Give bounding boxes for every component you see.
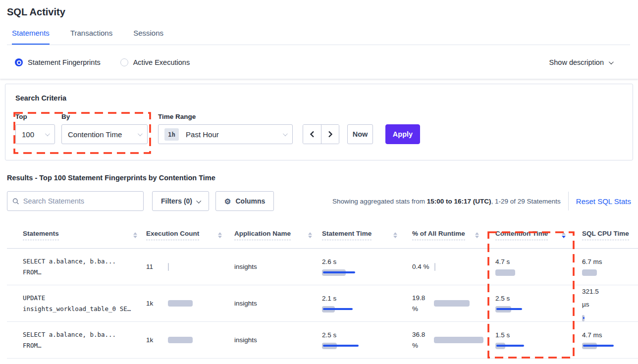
pct-runtime-cell: 36.8 % bbox=[412, 329, 481, 351]
time-range-badge: 1h bbox=[164, 128, 179, 141]
application-name: insights bbox=[234, 336, 257, 344]
table-row: SELECT a.balance, b.ba...FROM… 11 insigh… bbox=[7, 249, 638, 285]
time-range-select[interactable]: 1h Past Hour bbox=[158, 124, 293, 144]
columns-button[interactable]: ⚙ Columns bbox=[215, 191, 274, 211]
column-header-contention-time[interactable]: Contention Time bbox=[495, 230, 548, 240]
time-range-value: Past Hour bbox=[186, 130, 219, 139]
apply-button[interactable]: Apply bbox=[385, 124, 420, 144]
gear-icon: ⚙ bbox=[224, 198, 231, 205]
tab-bar: Statements Transactions Sessions bbox=[7, 29, 630, 45]
table-header-row: Statements Execution Count Application N… bbox=[7, 223, 638, 249]
filters-label: Filters (0) bbox=[161, 197, 192, 205]
top-field: Top 100 bbox=[15, 113, 55, 144]
sort-icon[interactable] bbox=[475, 232, 479, 238]
radio-unselected-icon[interactable] bbox=[120, 58, 128, 66]
by-select[interactable]: Contention Time bbox=[61, 124, 148, 144]
table-row: UPDATEinsights_workload_table_0 SE… 1k i… bbox=[7, 285, 638, 322]
statements-table: Statements Execution Count Application N… bbox=[7, 223, 638, 359]
pct-runtime-bar bbox=[434, 300, 481, 307]
contention-time-bar bbox=[495, 343, 550, 349]
statement-fingerprint-link[interactable]: SELECT a.balance, b.ba...FROM… bbox=[23, 256, 139, 277]
by-field: By Contention Time bbox=[61, 113, 148, 144]
pct-runtime-cell: 0.4 % bbox=[412, 263, 481, 271]
sort-icon[interactable] bbox=[393, 232, 397, 238]
sql-cpu-time-bar bbox=[582, 315, 637, 321]
sql-cpu-time-cell: 4.7 ms bbox=[582, 331, 638, 349]
tab-sessions[interactable]: Sessions bbox=[133, 29, 163, 45]
execution-count-cell: 1k bbox=[146, 300, 224, 307]
results-toolbar: Filters (0) ⚙ Columns Showing aggregated… bbox=[7, 191, 632, 211]
statement-fingerprint-link[interactable]: UPDATEinsights_workload_table_0 SE… bbox=[23, 293, 139, 314]
contention-time-cell: 1.5 s bbox=[495, 331, 568, 349]
view-toggle-band: Statement Fingerprints Active Executions… bbox=[0, 45, 638, 79]
contention-time-cell: 2.5 s bbox=[495, 295, 568, 312]
by-label: By bbox=[61, 113, 148, 120]
pct-runtime-cell: 19.8 % bbox=[412, 293, 481, 314]
toolbar-divider bbox=[568, 192, 569, 210]
radio-label: Active Executions bbox=[133, 58, 190, 66]
contention-time-cell: 4.7 s bbox=[495, 258, 568, 276]
tab-transactions[interactable]: Transactions bbox=[70, 29, 112, 45]
search-statements-box[interactable] bbox=[7, 191, 144, 211]
by-select-value: Contention Time bbox=[68, 130, 122, 139]
previous-interval-button[interactable] bbox=[303, 125, 321, 144]
reset-sql-stats-link[interactable]: Reset SQL Stats bbox=[576, 197, 631, 206]
column-header-pct-all-runtime[interactable]: % of All Runtime bbox=[412, 230, 465, 240]
column-header-statement-time[interactable]: Statement Time bbox=[322, 230, 372, 240]
application-name: insights bbox=[234, 300, 257, 307]
statement-time-bar bbox=[322, 343, 376, 349]
sort-icon-descending[interactable] bbox=[562, 232, 566, 238]
execution-count-cell: 11 bbox=[146, 263, 224, 271]
chevron-down-icon bbox=[609, 59, 614, 64]
results-heading: Results - Top 100 Statement Fingerprints… bbox=[7, 174, 630, 182]
search-criteria-row: Top 100 By Contention Time Time Range 1h… bbox=[15, 113, 623, 144]
statement-time-cell: 2.5 s bbox=[322, 331, 399, 349]
tab-statements[interactable]: Statements bbox=[12, 29, 50, 45]
statement-time-bar bbox=[322, 306, 376, 312]
next-interval-button[interactable] bbox=[321, 125, 339, 144]
column-header-application-name[interactable]: Application Name bbox=[234, 230, 291, 240]
page-title: SQL Activity bbox=[7, 6, 630, 18]
radio-active-executions[interactable]: Active Executions bbox=[120, 58, 190, 66]
chevron-down-icon bbox=[196, 198, 201, 203]
pct-runtime-bar bbox=[434, 263, 435, 271]
time-range-field: Time Range 1h Past Hour bbox=[158, 113, 293, 144]
execution-count-cell: 1k bbox=[146, 336, 224, 344]
top-select[interactable]: 100 bbox=[15, 124, 55, 144]
filters-button[interactable]: Filters (0) bbox=[152, 191, 209, 211]
sort-icon[interactable] bbox=[218, 232, 222, 238]
sort-icon[interactable] bbox=[133, 232, 137, 238]
statement-time-bar bbox=[322, 269, 376, 276]
now-button[interactable]: Now bbox=[347, 124, 373, 144]
sql-cpu-time-bar bbox=[582, 269, 637, 276]
page-header: SQL Activity Statements Transactions Ses… bbox=[0, 0, 638, 45]
column-header-sql-cpu-time[interactable]: SQL CPU Time bbox=[582, 230, 629, 240]
radio-statement-fingerprints[interactable]: Statement Fingerprints bbox=[15, 58, 101, 66]
execution-count-bar bbox=[168, 263, 169, 271]
search-statements-input[interactable] bbox=[23, 197, 138, 205]
show-description-toggle[interactable]: Show description bbox=[549, 58, 612, 66]
chevron-down-icon bbox=[283, 131, 288, 136]
column-header-execution-count[interactable]: Execution Count bbox=[146, 230, 199, 240]
sql-cpu-time-bar bbox=[582, 343, 637, 349]
search-criteria-card: Search Criteria Top 100 By Contention Ti… bbox=[5, 84, 633, 160]
sort-icon[interactable] bbox=[308, 232, 312, 238]
contention-time-bar bbox=[495, 269, 550, 276]
sql-cpu-time-cell: 321.5 µs bbox=[582, 285, 638, 321]
pct-runtime-bar bbox=[434, 337, 481, 343]
time-nav-group bbox=[303, 124, 339, 144]
execution-count-bar bbox=[168, 300, 222, 307]
column-header-statements[interactable]: Statements bbox=[23, 230, 59, 240]
statement-time-cell: 2.6 s bbox=[322, 258, 399, 276]
radio-selected-icon[interactable] bbox=[15, 58, 23, 66]
statement-time-cell: 2.1 s bbox=[322, 295, 399, 312]
search-criteria-title: Search Criteria bbox=[15, 94, 623, 102]
table-row: SELECT a.balance, b.ba...FROM… 1k insigh… bbox=[7, 322, 638, 359]
showing-stats-text: Showing aggregated stats from 15:00 to 1… bbox=[332, 198, 561, 205]
statement-fingerprint-link[interactable]: SELECT a.balance, b.ba...FROM… bbox=[23, 329, 139, 351]
chevron-left-icon bbox=[310, 131, 315, 138]
search-icon bbox=[12, 198, 19, 205]
execution-count-bar bbox=[168, 337, 222, 343]
application-name: insights bbox=[234, 263, 257, 270]
show-description-label: Show description bbox=[549, 58, 604, 66]
